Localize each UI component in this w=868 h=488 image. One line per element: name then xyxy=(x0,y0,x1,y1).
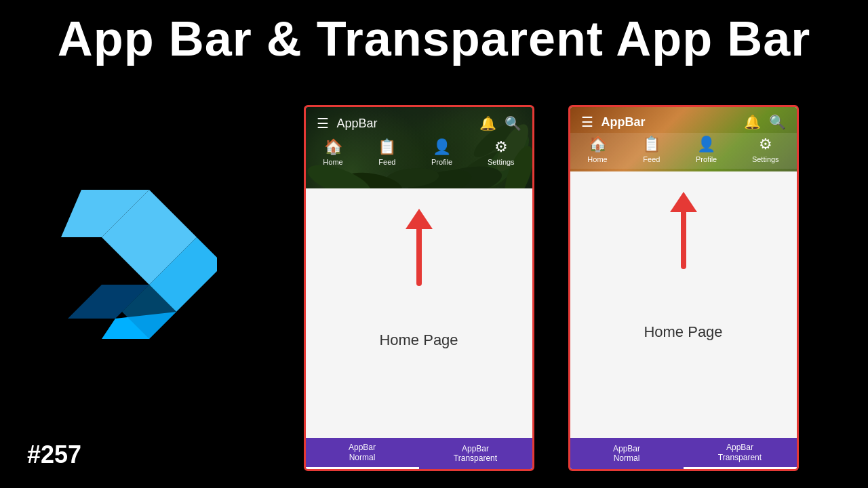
flutter-logo xyxy=(41,149,217,366)
bottom-tab-bar-2: AppBarNormal AppBarTransparent xyxy=(570,438,797,469)
appbar-bottom-nav-2: 🏠 Home 📋 Feed 👤 Profile ⚙ Settings xyxy=(570,133,797,169)
phones-container: ☰ AppBar 🔔 🔍 🏠 Home 📋 Feed 👤 Profile xyxy=(254,105,848,471)
feed-icon-2: 📋 xyxy=(642,136,660,153)
nav-profile-1[interactable]: 👤 Profile xyxy=(431,138,452,166)
nav-home-label-1: Home xyxy=(323,158,342,166)
settings-icon-2: ⚙ xyxy=(759,136,772,153)
phone-content-1: Home Page xyxy=(306,188,532,438)
svg-marker-17 xyxy=(406,209,433,229)
appbar-top-row-2: ☰ AppBar 🔔 🔍 xyxy=(570,107,797,133)
phone-mockup-transparent: ☰ AppBar 🔔 🔍 🏠 Home 📋 Feed 👤 Profile xyxy=(568,105,799,471)
tab-normal-label-1: AppBarNormal xyxy=(349,443,376,462)
tab-normal-2[interactable]: AppBarNormal xyxy=(570,438,684,469)
red-arrow-2 xyxy=(663,192,704,273)
nav-profile-2[interactable]: 👤 Profile xyxy=(696,136,717,163)
search-icon-1[interactable]: 🔍 xyxy=(505,115,521,131)
appbar-bottom-nav-1: 🏠 Home 📋 Feed 👤 Profile ⚙ Settings xyxy=(306,136,532,171)
appbar-transparent: ☰ AppBar 🔔 🔍 🏠 Home 📋 Feed 👤 Profile xyxy=(570,107,797,171)
appbar-normal: ☰ AppBar 🔔 🔍 🏠 Home 📋 Feed 👤 Profile xyxy=(306,107,532,188)
nav-settings-2[interactable]: ⚙ Settings xyxy=(752,136,779,163)
tab-transparent-label-2: AppBarTransparent xyxy=(718,443,762,462)
red-arrow-1 xyxy=(399,209,439,290)
tab-normal-1[interactable]: AppBarNormal xyxy=(306,438,419,469)
home-page-text-2: Home Page xyxy=(644,323,722,341)
nav-feed-label-1: Feed xyxy=(378,158,395,166)
tab-normal-label-2: AppBarNormal xyxy=(613,444,640,464)
settings-icon-1: ⚙ xyxy=(494,138,508,156)
tab-transparent-1[interactable]: AppBarTransparent xyxy=(419,438,532,469)
nav-feed-label-2: Feed xyxy=(643,155,660,163)
tab-transparent-2[interactable]: AppBarTransparent xyxy=(684,438,797,469)
notification-icon-1[interactable]: 🔔 xyxy=(479,115,496,131)
phone-mockup-normal: ☰ AppBar 🔔 🔍 🏠 Home 📋 Feed 👤 Profile xyxy=(304,105,534,471)
appbar-title-2: AppBar xyxy=(601,115,736,129)
nav-settings-label-1: Settings xyxy=(488,158,515,166)
nav-home-label-2: Home xyxy=(587,155,607,163)
episode-number: #257 xyxy=(27,441,81,469)
profile-icon-1: 👤 xyxy=(433,138,451,156)
nav-profile-label-2: Profile xyxy=(696,155,717,163)
home-icon-1: 🏠 xyxy=(324,138,342,156)
nav-home-2[interactable]: 🏠 Home xyxy=(587,136,607,163)
appbar-top-row: ☰ AppBar 🔔 🔍 xyxy=(306,107,532,136)
nav-settings-label-2: Settings xyxy=(752,155,779,163)
nav-settings-1[interactable]: ⚙ Settings xyxy=(488,138,515,166)
nav-profile-label-1: Profile xyxy=(431,158,452,166)
search-icon-2[interactable]: 🔍 xyxy=(769,114,786,130)
page-title: App Bar & Transparent App Bar xyxy=(0,0,868,66)
bottom-tab-bar-1: AppBarNormal AppBarTransparent xyxy=(306,438,532,469)
nav-home-1[interactable]: 🏠 Home xyxy=(323,138,342,166)
nav-feed-1[interactable]: 📋 Feed xyxy=(378,138,396,166)
notification-icon-2[interactable]: 🔔 xyxy=(744,114,761,130)
menu-icon[interactable]: ☰ xyxy=(317,115,329,131)
appbar-title-1: AppBar xyxy=(337,117,471,131)
feed-icon-1: 📋 xyxy=(378,138,396,156)
nav-feed-2[interactable]: 📋 Feed xyxy=(642,136,660,163)
profile-icon-2: 👤 xyxy=(697,136,715,153)
home-icon-2: 🏠 xyxy=(589,136,607,153)
menu-icon-2[interactable]: ☰ xyxy=(581,114,593,130)
svg-marker-19 xyxy=(670,192,697,212)
phone-content-2: Home Page xyxy=(570,171,797,438)
home-page-text-1: Home Page xyxy=(379,331,458,349)
tab-transparent-label-1: AppBarTransparent xyxy=(454,444,497,464)
